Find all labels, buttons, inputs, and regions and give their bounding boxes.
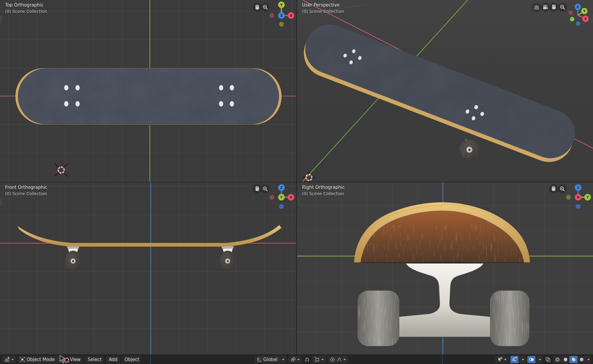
- show-gizmo-toggle[interactable]: [510, 356, 526, 363]
- axis-y-ball[interactable]: Y: [278, 1, 285, 8]
- skateboard-object[interactable]: [354, 202, 530, 346]
- zoom-button[interactable]: [261, 3, 270, 12]
- toolbar-toggle-tab[interactable]: [298, 197, 300, 206]
- svg-text:Y: Y: [280, 3, 283, 7]
- menu-object[interactable]: Object: [122, 356, 142, 363]
- proportional-editing-controls[interactable]: [328, 356, 348, 363]
- show-gizmos-icon: [512, 357, 517, 362]
- svg-text:Z: Z: [280, 186, 283, 190]
- axis-y-ball[interactable]: Y: [581, 8, 588, 14]
- transform-orientation-select[interactable]: Global: [254, 356, 287, 363]
- sidebar-toggle-tab[interactable]: [591, 15, 593, 23]
- svg-text:Y: Y: [586, 195, 589, 199]
- wheel-right: [490, 291, 529, 346]
- axis-x-ball[interactable]: X: [583, 16, 589, 22]
- axis-z-ball[interactable]: Z: [575, 4, 581, 10]
- front-viewport-canvas: Z Y X: [0, 182, 296, 354]
- truck-front-right: [220, 246, 236, 272]
- pan-button[interactable]: [549, 3, 558, 12]
- menu-select[interactable]: Select: [85, 356, 104, 363]
- camera-view-button[interactable]: [541, 3, 550, 12]
- pan-button[interactable]: [549, 184, 558, 193]
- axis-neg-y-ball[interactable]: [570, 17, 574, 21]
- axis-x-ball[interactable]: X: [288, 194, 294, 200]
- axis-neg-y-ball[interactable]: [566, 195, 571, 200]
- viewport-header-toolbar: Object Mode View Select Add Object Globa…: [0, 354, 593, 364]
- ortho-grid-button[interactable]: [532, 3, 541, 12]
- viewport-label: Top Orthographic: [5, 2, 44, 8]
- axis-x-ball[interactable]: X: [575, 194, 581, 200]
- active-collection-label: (0) Scene Collection: [302, 9, 344, 14]
- chevron-down-icon: [297, 359, 300, 360]
- zoom-button[interactable]: [558, 3, 567, 12]
- axis-z-ball[interactable]: Z: [278, 184, 285, 191]
- orientation-label: Global: [263, 357, 278, 362]
- axis-x-ball[interactable]: X: [288, 12, 294, 19]
- object-type-visibility-icon: [497, 357, 503, 362]
- svg-text:Z: Z: [577, 186, 579, 190]
- zoom-button[interactable]: [261, 184, 270, 193]
- snap-toggle[interactable]: [304, 356, 311, 363]
- pan-button[interactable]: [253, 184, 262, 193]
- perspective-viewport-canvas: Z Y X: [297, 0, 593, 182]
- viewport-top-orthographic[interactable]: Y Z X Top Orthographic (0) Scene Collect…: [0, 0, 296, 182]
- skateboard-object[interactable]: [297, 17, 582, 169]
- toolbar-toggle-tab[interactable]: [0, 15, 2, 23]
- svg-text:Y: Y: [280, 195, 283, 199]
- show-overlays-icon: [529, 357, 534, 362]
- axis-neg-x-ball[interactable]: [269, 195, 274, 200]
- view-gizmo[interactable]: Z X Y: [566, 184, 591, 209]
- axis-neg-x-ball[interactable]: [569, 10, 573, 15]
- viewport-right-orthographic[interactable]: Z X Y Right Orthographic (0) Scene Colle…: [297, 182, 593, 354]
- skateboard-object[interactable]: [15, 68, 282, 125]
- xray-toggle[interactable]: [544, 356, 552, 363]
- axis-z-ball[interactable]: Z: [575, 184, 581, 191]
- rendered-sphere-icon: [579, 357, 584, 362]
- skateboard-object[interactable]: [15, 221, 284, 272]
- axis-neg-z-ball[interactable]: [279, 204, 284, 209]
- viewport-front-orthographic[interactable]: Z Y X Front Orthographic (0) Scene Colle…: [0, 182, 296, 354]
- menu-add[interactable]: Add: [106, 356, 120, 363]
- viewport-user-perspective[interactable]: Z Y X User Perspective (0) Scene Collect…: [297, 0, 593, 182]
- view-gizmo[interactable]: Z Y X: [269, 184, 294, 209]
- axis-neg-z-ball[interactable]: [576, 21, 580, 26]
- snap-settings-select[interactable]: [312, 356, 326, 363]
- pan-button[interactable]: [253, 3, 262, 12]
- shading-mode-switch: [553, 356, 591, 363]
- mouse-cursor: [58, 355, 71, 364]
- viewport-split-horizontal[interactable]: [0, 182, 593, 182]
- toolbar-toggle-tab[interactable]: [0, 197, 2, 206]
- view-gizmo[interactable]: Y Z X: [269, 1, 294, 27]
- chevron-down-icon: [344, 359, 346, 360]
- active-collection-label: (0) Scene Collection: [5, 9, 47, 14]
- mode-label: Object Mode: [27, 357, 55, 362]
- chevron-down-icon: [522, 359, 524, 360]
- view-gizmo[interactable]: Z Y X: [569, 4, 589, 26]
- axis-y-ball[interactable]: Y: [278, 194, 285, 200]
- truck-front-left: [65, 246, 81, 272]
- wheel-near: [459, 139, 480, 160]
- shading-wireframe-button[interactable]: [553, 356, 561, 363]
- shading-solid-button[interactable]: [561, 356, 569, 363]
- wheel-left: [358, 291, 399, 346]
- axis-y-ball[interactable]: Y: [584, 194, 591, 200]
- pivot-point-select[interactable]: [288, 356, 302, 363]
- editor-type-button[interactable]: [2, 356, 16, 363]
- svg-text:X: X: [290, 195, 292, 199]
- shading-material-preview-button[interactable]: [569, 356, 577, 363]
- chevron-down-icon: [11, 359, 14, 360]
- viewport-label: Front Orthographic: [5, 185, 47, 190]
- show-overlays-toggle[interactable]: [527, 356, 543, 363]
- viewport-split-vertical[interactable]: [296, 0, 297, 354]
- zoom-button[interactable]: [558, 184, 567, 193]
- solid-sphere-icon: [563, 357, 568, 362]
- shading-options-dropdown[interactable]: [586, 356, 591, 363]
- shading-rendered-button[interactable]: [577, 356, 586, 363]
- axis-neg-z-ball[interactable]: [576, 204, 580, 209]
- axis-neg-x-ball[interactable]: [269, 13, 274, 18]
- object-type-visibility[interactable]: [495, 356, 509, 363]
- axis-neg-y-ball[interactable]: [279, 22, 284, 27]
- axis-z-ball[interactable]: Z: [278, 12, 285, 19]
- svg-text:Z: Z: [577, 5, 579, 9]
- top-viewport-canvas: Y Z X: [0, 0, 296, 182]
